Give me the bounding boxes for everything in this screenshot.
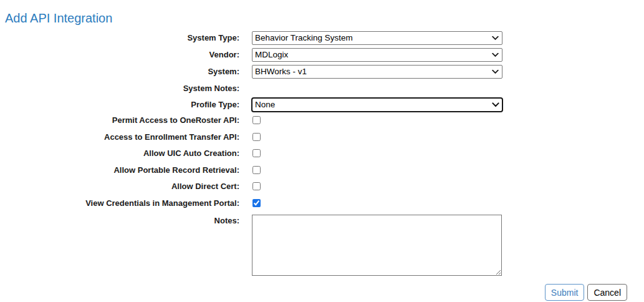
portable-record-checkbox[interactable] <box>252 166 261 174</box>
direct-cert-label: Allow Direct Cert: <box>0 182 239 191</box>
system-type-label: System Type: <box>0 31 239 45</box>
system-notes-label: System Notes: <box>0 82 239 94</box>
view-credentials-label: View Credentials in Management Portal: <box>0 198 239 208</box>
form-row-vendor: Vendor: MDLogix <box>0 48 644 65</box>
form-row-system-notes: System Notes: <box>0 82 644 97</box>
notes-label: Notes: <box>0 215 239 226</box>
profile-type-select[interactable]: None <box>251 97 503 112</box>
uic-auto-creation-label: Allow UIC Auto Creation: <box>0 149 239 158</box>
form-row-portable-record: Allow Portable Record Retrieval: <box>0 165 644 182</box>
vendor-label: Vendor: <box>0 48 239 62</box>
cancel-button[interactable]: Cancel <box>587 284 627 301</box>
vendor-select-wrap: MDLogix <box>252 48 502 62</box>
form-row-system-type: System Type: Behavior Tracking System <box>0 31 644 48</box>
notes-textarea[interactable] <box>252 215 502 276</box>
form-row-notes: Notes: <box>0 215 644 278</box>
add-api-integration-form: System Type: Behavior Tracking System Ve… <box>0 31 644 301</box>
form-row-direct-cert: Allow Direct Cert: <box>0 182 644 198</box>
system-type-select[interactable]: Behavior Tracking System <box>252 31 502 45</box>
system-select-wrap: BHWorks - v1 <box>252 65 502 79</box>
vendor-select[interactable]: MDLogix <box>252 48 502 62</box>
uic-auto-creation-checkbox[interactable] <box>252 149 261 157</box>
system-select[interactable]: BHWorks - v1 <box>252 65 502 79</box>
form-row-view-credentials: View Credentials in Management Portal: <box>0 198 644 215</box>
form-actions: Submit Cancel <box>0 284 644 301</box>
portable-record-label: Allow Portable Record Retrieval: <box>0 165 239 175</box>
submit-button[interactable]: Submit <box>545 284 585 301</box>
profile-type-label: Profile Type: <box>0 97 239 112</box>
enrollment-transfer-checkbox[interactable] <box>252 133 261 141</box>
form-row-enrollment-transfer: Access to Enrollment Transfer API: <box>0 132 644 149</box>
view-credentials-checkbox[interactable] <box>252 199 261 207</box>
enrollment-transfer-label: Access to Enrollment Transfer API: <box>0 132 239 142</box>
system-type-select-wrap: Behavior Tracking System <box>252 31 502 45</box>
permit-oneroster-label: Permit Access to OneRoster API: <box>0 115 239 125</box>
profile-type-select-wrap: None <box>252 97 503 112</box>
page-title: Add API Integration <box>5 11 644 26</box>
system-label: System: <box>0 65 239 79</box>
direct-cert-checkbox[interactable] <box>252 182 261 190</box>
form-row-system: System: BHWorks - v1 <box>0 65 644 82</box>
form-row-permit-oneroster: Permit Access to OneRoster API: <box>0 115 644 132</box>
form-row-uic-auto-creation: Allow UIC Auto Creation: <box>0 149 644 165</box>
permit-oneroster-checkbox[interactable] <box>252 116 261 124</box>
form-row-profile-type: Profile Type: None <box>0 97 644 115</box>
